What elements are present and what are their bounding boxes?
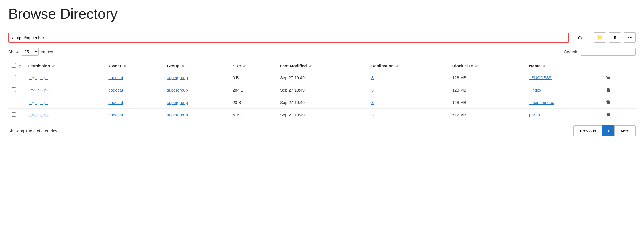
owner-link[interactable]: codecat: [108, 75, 123, 80]
sort-icon-replication: ⇵: [396, 64, 399, 68]
search-input[interactable]: [581, 48, 636, 56]
row-name: _index: [526, 84, 601, 96]
search-section: Search:: [564, 48, 636, 56]
show-entries-section: Show 10 25 50 100 entries: [8, 48, 53, 56]
row-replication: 3: [368, 84, 449, 96]
row-checkbox-cell: [8, 96, 24, 109]
showing-text: Showing 1 to 4 of 4 entries: [8, 128, 57, 133]
sort-icon-size: ⇵: [243, 64, 246, 68]
th-permission[interactable]: Permission ⇵: [24, 60, 105, 71]
sort-icon-block-size: ⇵: [475, 64, 478, 68]
current-page[interactable]: 1: [602, 125, 614, 136]
row-owner: codecat: [105, 84, 164, 96]
row-checkbox[interactable]: [12, 75, 16, 79]
owner-link[interactable]: codecat: [108, 88, 123, 92]
row-checkbox[interactable]: [12, 87, 16, 92]
row-last-modified: Sep 27 19:49: [277, 71, 368, 84]
row-delete-cell: 🗑: [601, 109, 636, 121]
sort-icon-permission: ⇵: [52, 64, 55, 68]
owner-link[interactable]: codecat: [108, 113, 123, 117]
row-checkbox[interactable]: [12, 100, 16, 104]
replication-link[interactable]: 3: [371, 88, 374, 92]
replication-link[interactable]: 3: [371, 75, 374, 80]
permission-link[interactable]: -rw-r--r--: [28, 76, 51, 80]
th-owner[interactable]: Owner ⇵: [105, 60, 164, 71]
sort-icon-name: ⇵: [543, 64, 545, 68]
name-link[interactable]: _masterindex: [529, 100, 554, 105]
pagination: Previous 1 Next: [573, 125, 636, 136]
folder-icon-button[interactable]: 📁: [594, 32, 606, 43]
th-replication[interactable]: Replication ⇵: [368, 60, 449, 71]
group-link[interactable]: supergroup: [167, 113, 188, 117]
row-block-size: 128 MB: [449, 84, 526, 96]
name-link[interactable]: _SUCCESS: [529, 75, 552, 80]
search-label: Search:: [564, 49, 578, 54]
delete-button[interactable]: 🗑: [604, 87, 612, 93]
th-block-size[interactable]: Block Size ⇵: [449, 60, 526, 71]
sort-icon-last-modified: ⇵: [309, 64, 312, 68]
row-replication: 3: [368, 96, 449, 109]
table-header-row: ⇵ Permission ⇵ Owner ⇵ Group ⇵ Size ⇵ La…: [8, 60, 636, 71]
th-group[interactable]: Group ⇵: [164, 60, 229, 71]
row-size: 516 B: [229, 109, 277, 121]
row-block-size: 128 MB: [449, 71, 526, 84]
row-group: supergroup: [164, 109, 229, 121]
folder-icon: 📁: [597, 34, 603, 41]
go-button[interactable]: Go!: [572, 33, 591, 42]
delete-button[interactable]: 🗑: [604, 99, 612, 106]
row-delete-cell: 🗑: [601, 84, 636, 96]
entries-select[interactable]: 10 25 50 100: [21, 48, 39, 56]
sort-icon-group: ⇵: [182, 64, 184, 68]
name-link[interactable]: _index: [529, 88, 541, 92]
row-name: _SUCCESS: [526, 71, 601, 84]
table-icon-button[interactable]: ☷: [624, 32, 636, 43]
row-size: 23 B: [229, 96, 277, 109]
row-block-size: 512 MB: [449, 109, 526, 121]
delete-button[interactable]: 🗑: [604, 74, 612, 81]
row-checkbox-cell: [8, 84, 24, 96]
row-replication: 3: [368, 71, 449, 84]
owner-link[interactable]: codecat: [108, 100, 123, 105]
table-row: -rw-r--r-- codecat supergroup 516 B Sep …: [8, 109, 636, 121]
row-permission: -rw-r--r--: [24, 109, 105, 121]
permission-link[interactable]: -rw-r--r--: [28, 113, 51, 117]
replication-link[interactable]: 3: [371, 100, 374, 105]
path-bar: Go! 📁 ⬆ ☷: [8, 32, 636, 43]
row-delete-cell: 🗑: [601, 71, 636, 84]
row-checkbox-cell: [8, 71, 24, 84]
row-delete-cell: 🗑: [601, 96, 636, 109]
show-label: Show: [8, 49, 19, 54]
replication-link[interactable]: 3: [371, 113, 374, 117]
delete-button[interactable]: 🗑: [604, 111, 612, 118]
th-name[interactable]: Name ⇵: [526, 60, 601, 71]
group-link[interactable]: supergroup: [167, 88, 188, 92]
group-link[interactable]: supergroup: [167, 100, 188, 105]
permission-link[interactable]: -rw-r--r--: [28, 88, 51, 92]
row-block-size: 128 MB: [449, 96, 526, 109]
row-last-modified: Sep 27 19:49: [277, 96, 368, 109]
row-size: 284 B: [229, 84, 277, 96]
th-size[interactable]: Size ⇵: [229, 60, 277, 71]
row-name: part-0: [526, 109, 601, 121]
previous-button[interactable]: Previous: [573, 125, 602, 136]
row-checkbox[interactable]: [12, 112, 16, 117]
upload-icon-button[interactable]: ⬆: [609, 32, 621, 43]
path-input[interactable]: [8, 33, 569, 43]
page-title: Browse Directory: [8, 6, 636, 22]
next-button[interactable]: Next: [614, 125, 636, 136]
name-link[interactable]: part-0: [529, 113, 540, 117]
th-last-modified[interactable]: Last Modified ⇵: [277, 60, 368, 71]
th-actions: [601, 60, 636, 71]
table-row: -rw-r--r-- codecat supergroup 23 B Sep 2…: [8, 96, 636, 109]
table-row: -rw-r--r-- codecat supergroup 0 B Sep 27…: [8, 71, 636, 84]
sort-icon-select: ⇵: [18, 65, 21, 68]
sort-icon-owner: ⇵: [124, 64, 126, 68]
row-owner: codecat: [105, 109, 164, 121]
footer-row: Showing 1 to 4 of 4 entries Previous 1 N…: [8, 125, 636, 136]
row-group: supergroup: [164, 84, 229, 96]
group-link[interactable]: supergroup: [167, 75, 188, 80]
table-controls: Show 10 25 50 100 entries Search:: [8, 48, 636, 56]
permission-link[interactable]: -rw-r--r--: [28, 100, 51, 105]
select-all-checkbox[interactable]: [12, 63, 16, 68]
row-name: _masterindex: [526, 96, 601, 109]
